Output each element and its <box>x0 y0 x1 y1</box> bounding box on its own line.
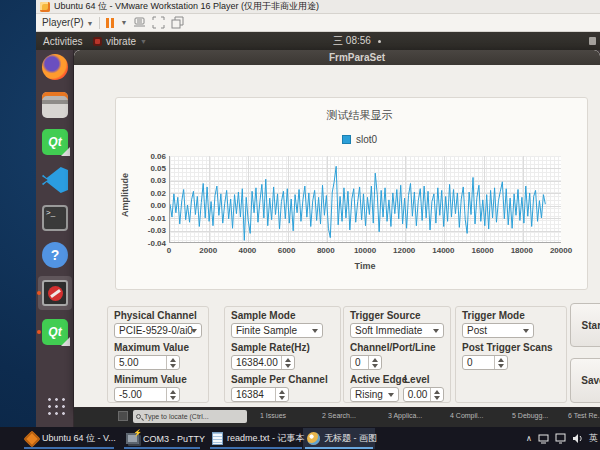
y-tick-label: -0.01 <box>118 214 166 223</box>
post-trigger-scans-spinbox[interactable]: 0 <box>462 355 508 370</box>
vibrate-app-icon[interactable] <box>42 280 68 306</box>
channel-settings-group: Physical Channel PCIE-9529-0/ai0 Maximum… <box>107 306 209 403</box>
sample-rate-spinbox[interactable]: 16384.00 <box>231 355 295 370</box>
spin-stepper[interactable] <box>166 388 179 401</box>
x-tick-label: 10000 <box>350 246 380 255</box>
pane-search[interactable]: 2 Search... <box>322 412 356 419</box>
pane-issues[interactable]: 1 Issues <box>260 412 286 419</box>
spin-stepper[interactable] <box>494 356 507 369</box>
system-tray: ∧ 英 <box>526 428 598 449</box>
suspend-vm-button[interactable] <box>106 18 114 28</box>
send-ctrl-alt-del-icon[interactable] <box>133 16 146 29</box>
clock-menu[interactable]: 三 08:56 <box>312 32 402 50</box>
frmparaset-titlebar[interactable]: FrmParaSet <box>74 50 600 65</box>
app-menu-arrow-icon: ▼ <box>140 38 147 45</box>
vmware-toolbar: Player(P) ▼ ▼ <box>36 14 600 32</box>
taskbar-item-putty[interactable]: COM3 - PuTTY <box>122 428 202 449</box>
physical-channel-combobox[interactable]: PCIE-9529-0/ai0 <box>114 323 202 338</box>
taskbar-item-vmware[interactable]: Ubuntu 64 位 - V... <box>22 428 116 449</box>
firefox-icon[interactable] <box>42 54 68 80</box>
system-status-icon-partial[interactable] <box>589 37 596 45</box>
paint-icon <box>307 432 320 445</box>
level-label: Level <box>404 374 430 386</box>
level-spinbox[interactable]: 0.00 <box>403 387 444 402</box>
y-tick-label: 0.02 <box>118 189 166 198</box>
chart-area: 测试结果显示 slot0 Amplitude Time 0.060.050.03… <box>115 97 588 290</box>
x-tick-label: 2000 <box>193 246 223 255</box>
help-icon[interactable]: ? <box>42 242 68 268</box>
chevron-down-icon <box>523 329 529 333</box>
fullscreen-icon[interactable] <box>152 16 165 29</box>
chart-title: 测试结果显示 <box>132 108 587 123</box>
speaker-icon[interactable] <box>572 433 583 444</box>
channel-port-line-spinbox[interactable]: 0 <box>350 355 382 370</box>
search-icon <box>136 414 141 419</box>
activities-button[interactable]: Activities <box>38 32 87 50</box>
sample-mode-combobox[interactable]: Finite Sample <box>231 323 323 338</box>
trigger-source-combobox[interactable]: Soft Immediate <box>350 323 444 338</box>
terminal-icon[interactable]: >_ <box>42 205 68 231</box>
qtcreator-bottom-bar: Type to locate (Ctrl... 1 Issues 2 Searc… <box>74 408 600 427</box>
notification-dot <box>378 40 381 43</box>
putty-icon <box>126 433 139 444</box>
taskbar-item-notepad[interactable]: readme.txt - 记事本 <box>208 428 304 449</box>
vmware-titlebar[interactable]: Ubuntu 64 位 - VMware Workstation 16 Play… <box>36 0 600 14</box>
frmparaset-window: FrmParaSet 测试结果显示 slot0 Amplitude Time 0… <box>74 50 600 407</box>
maximum-value-spinbox[interactable]: 5.00 <box>114 355 180 370</box>
qt-app-icon[interactable]: Qt <box>42 319 68 345</box>
x-tick-label: 20000 <box>546 246 576 255</box>
ubuntu-topbar: Activities vibrate ▼ 三 08:56 <box>36 32 600 50</box>
chevron-down-icon <box>312 329 318 333</box>
show-applications-button[interactable] <box>45 395 66 416</box>
trigger-mode-combobox[interactable]: Post <box>462 323 534 338</box>
chart-legend: slot0 <box>132 134 587 145</box>
physical-channel-label: Physical Channel <box>114 310 202 322</box>
vscode-icon[interactable] <box>42 167 68 193</box>
plot-canvas <box>169 156 561 243</box>
post-trigger-scans-label: Post Trigger Scans <box>462 342 560 354</box>
chevron-down-icon <box>388 393 394 397</box>
start-button[interactable]: Start <box>570 303 600 347</box>
locator-input[interactable]: Type to locate (Ctrl... <box>133 410 247 423</box>
y-tick-label: 0.03 <box>118 176 166 185</box>
player-menu[interactable]: Player(P) ▼ <box>42 17 93 28</box>
qt-creator-icon[interactable]: Qt <box>42 129 68 155</box>
trigger-mode-label: Trigger Mode <box>462 310 560 322</box>
sample-per-channel-spinbox[interactable]: 16384 <box>231 387 289 402</box>
save-button[interactable]: Save <box>570 358 600 403</box>
chevron-up-icon[interactable]: ∧ <box>526 434 532 443</box>
pane-debugger[interactable]: 5 Debugg... <box>512 412 548 419</box>
active-edge-combobox[interactable]: Rising <box>350 387 399 402</box>
spin-stepper[interactable] <box>281 356 294 369</box>
maximum-value-label: Maximum Value <box>114 342 202 354</box>
sample-mode-label: Sample Mode <box>231 310 334 322</box>
app-menu[interactable]: vibrate ▼ <box>88 32 152 50</box>
ubuntu-dock: Qt >_ ? Qt <box>36 50 74 427</box>
vmware-window-title: Ubuntu 64 位 - VMware Workstation 16 Play… <box>54 0 319 13</box>
suspend-dropdown-arrow-icon[interactable]: ▼ <box>120 19 127 26</box>
spin-stepper[interactable] <box>430 388 443 401</box>
pane-compile-output[interactable]: 4 Compil... <box>450 412 483 419</box>
x-axis-label: Time <box>169 261 561 271</box>
legend-swatch <box>342 135 351 144</box>
no-entry-icon <box>48 286 63 301</box>
windows-desktop <box>0 0 36 450</box>
x-tick-label: 12000 <box>389 246 419 255</box>
y-tick-label: 0.06 <box>118 152 166 161</box>
ime-indicator[interactable]: 英 <box>589 432 598 445</box>
qtcreator-mode-icon[interactable] <box>118 411 128 421</box>
x-tick-label: 16000 <box>468 246 498 255</box>
spin-stepper[interactable] <box>166 356 179 369</box>
spin-stepper[interactable] <box>368 356 381 369</box>
spin-stepper[interactable] <box>275 388 288 401</box>
running-indicator-dot <box>37 291 41 295</box>
network-icon[interactable] <box>538 433 549 444</box>
display-icon[interactable] <box>555 433 566 444</box>
pane-test-results[interactable]: 6 Test Re... <box>568 412 600 419</box>
minimum-value-spinbox[interactable]: -5.00 <box>114 387 180 402</box>
taskbar-item-paint[interactable]: 无标题 - 画图 <box>303 428 375 449</box>
unity-mode-icon[interactable] <box>171 16 184 29</box>
file-manager-icon[interactable] <box>42 92 68 118</box>
running-indicator-dot <box>37 330 41 334</box>
pane-application-output[interactable]: 3 Applica... <box>388 412 422 419</box>
